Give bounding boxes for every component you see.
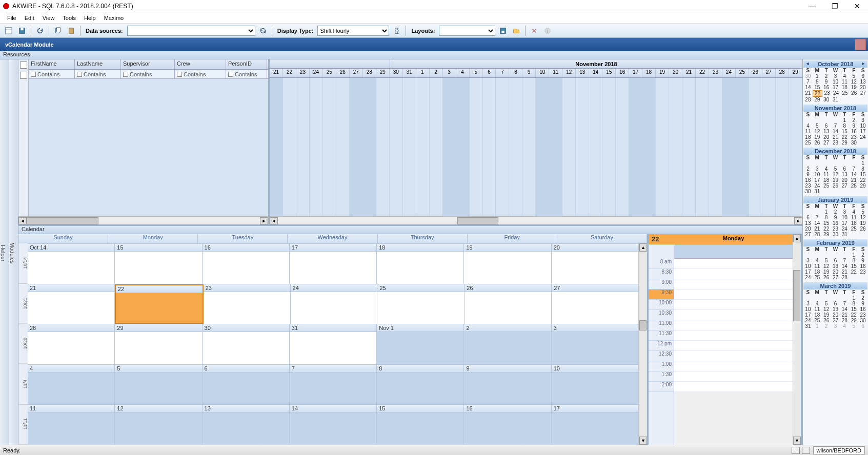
mini-day[interactable]: 9 [849,123,858,129]
mini-day[interactable]: 6 [840,166,849,172]
mini-day[interactable]: 25 [813,318,822,323]
mini-day[interactable]: 2 [831,209,840,215]
month-cell[interactable]: 29 [115,324,202,364]
mini-day[interactable]: 15 [813,85,822,90]
mini-day[interactable]: 22 [858,177,867,183]
helper-tab[interactable]: Helper [0,59,9,445]
mini-day[interactable]: 7 [831,123,840,129]
mini-day[interactable]: 26 [813,140,822,146]
mini-day[interactable]: 29 [840,140,849,146]
menu-help[interactable]: Help [80,14,100,22]
mini-day[interactable]: 17 [831,85,840,90]
month-cell[interactable]: 12 [115,405,202,445]
mini-day[interactable]: 4 [840,323,849,329]
mini-day[interactable]: 10 [840,215,849,220]
month-cell[interactable]: 15 [377,405,464,445]
timeline-day[interactable]: 14 [589,69,602,77]
mini-day[interactable]: 6 [822,123,831,129]
timeline-day[interactable]: 21 [270,69,283,77]
timeline-day[interactable]: 6 [483,69,496,77]
mini-day[interactable]: 11 [849,215,858,220]
menu-edit[interactable]: Edit [21,14,38,22]
timeline-day[interactable]: 17 [629,69,642,77]
mini-day[interactable]: 9 [858,301,867,306]
mini-day[interactable]: 11 [822,172,831,177]
mini-day[interactable] [831,160,840,166]
mini-day[interactable] [849,160,858,166]
mini-day[interactable]: 17 [803,269,813,275]
mini-day[interactable]: 29 [822,232,831,237]
prev-month-icon[interactable]: ◄ [804,61,811,67]
mini-day[interactable]: 23 [831,226,840,232]
mini-day[interactable]: 11 [813,306,822,312]
month-cell[interactable]: 14 [290,405,377,445]
month-cell[interactable]: 21 [28,284,115,324]
mini-day[interactable]: 4 [840,73,849,79]
timeline-day[interactable]: 28 [776,69,789,77]
layout-delete-button[interactable] [529,25,540,36]
month-cell[interactable]: 5 [115,365,202,405]
timeline-day[interactable]: 25 [323,69,336,77]
mini-day[interactable]: 18 [849,220,858,226]
month-cell[interactable]: 22 [115,284,204,324]
mini-day[interactable]: 29 [858,183,867,189]
mini-day[interactable]: 10 [813,172,822,177]
display-type-select[interactable]: Shift Hourly [317,26,389,36]
mini-day[interactable]: 30 [858,318,867,323]
mini-day[interactable]: 13 [831,263,840,269]
modules-tab[interactable]: Modules [9,59,18,445]
mini-day[interactable]: 21 [831,134,840,140]
mini-day[interactable]: 16 [858,263,867,269]
mini-day[interactable] [849,232,858,237]
mini-day[interactable]: 4 [813,258,822,263]
close-button[interactable]: ✕ [850,1,865,11]
mini-day[interactable]: 18 [813,269,822,275]
mini-day[interactable]: 28 [803,97,813,102]
mini-day[interactable]: 30 [803,73,813,79]
mini-day[interactable]: 24 [803,275,813,280]
mini-day[interactable]: 5 [849,323,858,329]
mini-day[interactable]: 21 [840,312,849,318]
month-cell[interactable]: 2 [464,324,551,364]
layout-save-button[interactable] [497,25,509,36]
timeline-day[interactable]: 27 [762,69,776,77]
month-cell[interactable]: 9 [464,365,551,405]
data-sources-select[interactable] [127,26,255,36]
mini-day[interactable]: 9 [803,172,813,177]
timeline-day[interactable]: 27 [350,69,363,77]
timeline-day[interactable]: 5 [470,69,483,77]
mini-day[interactable]: 2 [858,252,867,258]
grid-filter-icon[interactable] [20,72,27,79]
layout-open-button[interactable] [511,25,522,36]
mini-day[interactable]: 21 [813,226,822,232]
mini-day[interactable]: 6 [858,323,867,329]
mini-day[interactable]: 20 [840,177,849,183]
mini-day[interactable]: 15 [858,172,867,177]
mini-day[interactable]: 19 [858,220,867,226]
month-cell[interactable]: 16 [464,405,551,445]
grid-toggle-icon[interactable] [20,61,27,69]
data-sources-refresh-button[interactable] [257,25,269,36]
mini-day[interactable]: 7 [840,301,849,306]
mini-day[interactable]: 7 [840,258,849,263]
month-cell[interactable]: 3 [552,324,639,364]
mini-day[interactable] [849,189,858,194]
timeline-day[interactable]: 7 [496,69,509,77]
mini-day[interactable]: 1 [849,252,858,258]
mini-day[interactable]: 27 [822,140,831,146]
timeline-day[interactable]: 28 [363,69,376,77]
mini-day[interactable]: 4 [803,123,813,129]
mini-day[interactable]: 25 [840,90,850,97]
mini-day[interactable]: 31 [831,97,840,102]
mini-day[interactable]: 3 [803,258,813,263]
mini-day[interactable]: 13 [840,172,849,177]
mini-day[interactable]: 4 [849,209,858,215]
mini-day[interactable]: 28 [840,318,849,323]
mini-day[interactable]: 9 [831,215,840,220]
mini-day[interactable]: 5 [822,301,831,306]
mini-day[interactable]: 22 [840,134,849,140]
menu-maximo[interactable]: Maximo [100,14,128,22]
timeline-hscroll[interactable]: ◄► [270,216,802,224]
timeline-day[interactable]: 3 [443,69,456,77]
mini-day[interactable]: 7 [803,79,813,85]
